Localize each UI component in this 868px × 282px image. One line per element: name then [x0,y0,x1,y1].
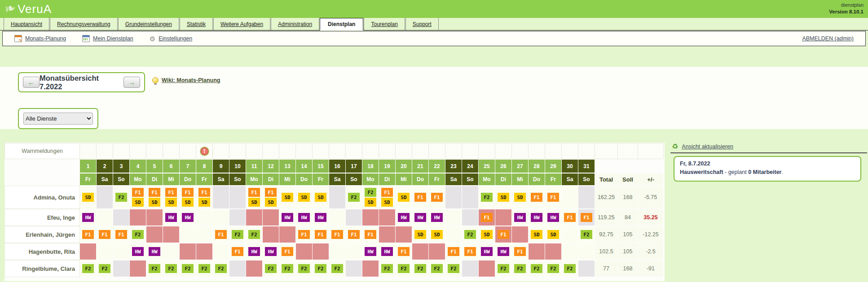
roster-cell-day-14[interactable] [296,243,312,260]
roster-cell-day-23[interactable] [445,209,462,226]
roster-cell-day-22[interactable]: SD [429,226,445,243]
roster-cell-day-4[interactable]: F2 [130,226,146,243]
roster-cell-day-14[interactable]: F2 [296,260,312,277]
roster-cell-day-9[interactable] [213,243,229,260]
roster-cell-day-14[interactable]: F1 [296,226,312,243]
roster-cell-day-27[interactable]: F1 [512,243,528,260]
roster-cell-day-2[interactable]: F1 [97,226,113,243]
roster-cell-day-30[interactable] [562,243,578,260]
roster-cell-day-30[interactable]: F2 [562,260,578,277]
roster-cell-day-31[interactable] [578,260,595,277]
tab-weitere-aufgaben[interactable]: Weitere Aufgaben [213,18,270,30]
roster-cell-day-28[interactable]: SD [529,226,545,243]
roster-cell-day-9[interactable] [213,209,229,226]
roster-cell-day-21[interactable]: SD [412,226,428,243]
roster-cell-day-17[interactable] [346,209,362,226]
roster-cell-day-3[interactable] [113,260,129,277]
roster-cell-day-23[interactable] [445,226,462,243]
roster-cell-day-15[interactable]: F1 [313,226,329,243]
roster-cell-day-24[interactable]: F2 [462,226,478,243]
roster-cell-day-18[interactable]: F2SD [362,186,379,208]
roster-cell-day-18[interactable]: F1 [362,226,379,243]
roster-cell-day-10[interactable] [229,209,246,226]
roster-cell-day-24[interactable]: F1 [462,243,478,260]
roster-cell-day-21[interactable]: F1 [412,186,428,208]
roster-cell-day-2[interactable] [97,243,113,260]
roster-cell-day-6[interactable]: F2 [163,260,179,277]
roster-cell-day-3[interactable]: F2 [113,186,129,208]
roster-cell-day-16[interactable] [329,243,345,260]
roster-cell-day-11[interactable] [246,209,262,226]
roster-cell-day-17[interactable] [346,243,362,260]
tab-hauptansicht[interactable]: Hauptansicht [4,18,49,30]
roster-cell-day-31[interactable]: F1 [578,209,595,226]
roster-cell-day-12[interactable] [263,226,279,243]
roster-cell-day-7[interactable] [180,226,196,243]
roster-cell-day-3[interactable] [113,243,129,260]
tab-administration[interactable]: Administration [271,18,319,30]
roster-cell-day-19[interactable]: F1SD [379,186,395,208]
roster-cell-day-16[interactable]: F2 [329,260,345,277]
roster-cell-day-26[interactable]: HW [495,243,511,260]
roster-cell-day-28[interactable]: F2 [529,260,545,277]
roster-cell-day-27[interactable]: HW [512,209,528,226]
roster-cell-day-13[interactable]: F1 [279,243,295,260]
tab-tourenplan[interactable]: Tourenplan [364,18,405,30]
roster-cell-day-11[interactable]: F1SD [246,186,262,208]
roster-cell-day-29[interactable] [545,243,561,260]
service-filter-select[interactable]: Alle Dienste [23,113,93,125]
roster-cell-day-31[interactable] [578,243,595,260]
subnav-link[interactable]: Einstellungen [159,35,192,42]
roster-cell-day-16[interactable] [329,186,345,208]
roster-cell-day-21[interactable]: HW [412,209,428,226]
roster-cell-day-5[interactable]: HW [146,243,163,260]
roster-cell-day-18[interactable]: HW [362,243,379,260]
roster-cell-day-11[interactable]: HW [246,243,262,260]
roster-cell-day-5[interactable] [146,226,163,243]
roster-cell-day-7[interactable]: HW [180,209,196,226]
roster-cell-day-27[interactable]: F2 [512,260,528,277]
roster-cell-day-4[interactable]: F1SD [130,186,146,208]
roster-cell-day-3[interactable] [113,209,129,226]
roster-cell-day-26[interactable]: F2 [495,260,511,277]
next-month-button[interactable]: → [123,77,140,88]
roster-cell-day-29[interactable]: HW [545,209,561,226]
roster-cell-day-27[interactable]: SD [512,186,528,208]
roster-cell-day-23[interactable]: F2 [445,260,462,277]
roster-cell-day-29[interactable]: SD [545,226,561,243]
roster-cell-day-4[interactable]: HW [130,243,146,260]
roster-cell-day-7[interactable]: F2 [180,260,196,277]
roster-cell-day-6[interactable] [163,226,179,243]
roster-cell-day-1[interactable]: HW [80,209,96,226]
roster-cell-day-20[interactable] [396,226,412,243]
roster-cell-day-1[interactable]: F1 [80,226,96,243]
roster-cell-day-30[interactable] [562,226,578,243]
tab-rechnungsverwaltung[interactable]: Rechnungsverwaltung [50,18,118,30]
roster-cell-day-19[interactable]: F2 [379,260,395,277]
roster-cell-day-28[interactable]: HW [529,209,545,226]
roster-cell-day-15[interactable]: SD [313,186,329,208]
roster-cell-day-8[interactable]: F2 [196,260,212,277]
roster-cell-day-5[interactable]: F2 [146,260,163,277]
roster-cell-day-6[interactable]: F1SD [163,186,179,208]
roster-cell-day-28[interactable]: F1 [529,186,545,208]
subnav-link[interactable]: Monats-Planung [25,35,66,42]
roster-cell-day-9[interactable] [213,186,229,208]
refresh-view-link[interactable]: Ansicht aktualisieren [682,143,733,150]
roster-cell-day-26[interactable]: SD [495,186,511,208]
roster-cell-day-8[interactable] [196,209,212,226]
tab-dienstplan[interactable]: Dienstplan [320,18,363,30]
roster-cell-day-14[interactable]: HW [296,209,312,226]
roster-cell-day-23[interactable] [445,186,462,208]
roster-cell-day-1[interactable]: F2 [80,260,96,277]
roster-cell-day-18[interactable] [362,209,379,226]
roster-cell-day-24[interactable] [462,186,478,208]
roster-cell-day-8[interactable] [196,226,212,243]
roster-cell-day-22[interactable]: F2 [429,260,445,277]
roster-cell-day-25[interactable]: SD [479,226,495,243]
roster-cell-day-21[interactable]: F2 [412,260,428,277]
roster-cell-day-12[interactable]: HW [263,243,279,260]
roster-cell-day-20[interactable]: F2 [396,260,412,277]
roster-cell-day-5[interactable]: F1SD [146,186,163,208]
roster-cell-day-25[interactable]: F2 [479,186,495,208]
